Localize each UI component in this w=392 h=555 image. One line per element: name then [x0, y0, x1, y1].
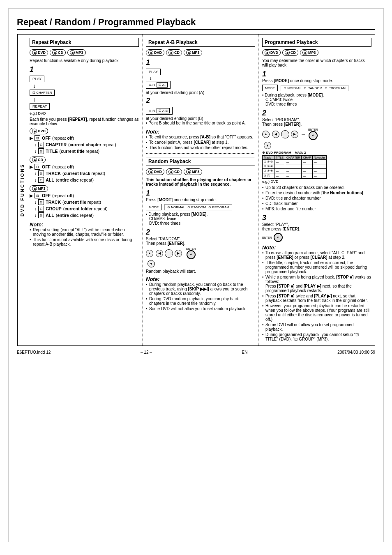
prog-step2-desc2: Then press [ENTER]. [262, 122, 371, 127]
prog-intro: You may determine the order in which cha… [262, 58, 371, 67]
dvd-s-icon: ◉ [32, 129, 37, 134]
mp3-repeat-section: ◉MP3 ▶ ⊡ OFF (repeat off) ↓ ⊡ TRACK (cur… [30, 185, 139, 218]
prog-note-number: Enter the desired number with [the Numbe… [262, 191, 371, 195]
cd-s-icon: ◉ [32, 157, 37, 162]
cd-track-icon: ⊡ [38, 170, 44, 176]
footer-file: E6EPTUO.indd 12 [17, 350, 51, 355]
random-result: Random playback will start. [146, 269, 255, 274]
prog-step1-desc: Press [MODE] once during stop mode. [262, 78, 371, 83]
prog-cd-mp3: CD/MP3: twice [265, 97, 371, 102]
ok-btn[interactable] [165, 249, 173, 258]
mp3-row-track: ↓ ⊡ TRACK (current file repeat) [35, 199, 139, 205]
ab-a-box: A-B ⊡ A- [146, 81, 171, 89]
random-step2-desc1: Select "RANDOM". [146, 237, 255, 241]
ab-note-2: To cancel point A, press [CLEAR] at step… [146, 140, 255, 145]
left-btn[interactable]: ◀ [156, 250, 163, 257]
ab-step2-desc: at your desired ending point (B) [146, 116, 255, 121]
right-btn[interactable]: ▶ [175, 250, 182, 257]
ab-point-b-note: • Point B should be in the same title or… [146, 121, 255, 125]
dvd-repeat-section: ◉DVD ▶ ⊡ OFF (repeat off) ↓ ⊡ CHAPTER (c… [30, 128, 139, 154]
random-intro: This function shuffles the playing order… [146, 177, 255, 187]
ab-display-a: ⊡ A- [157, 82, 168, 88]
mp3-section-badge: ◉MP3 [30, 185, 48, 192]
prog-note-1: To erase all program at once, select "AL… [262, 251, 371, 260]
page-title: Repeat / Random / Programmed Playback [17, 17, 375, 30]
prog-dvd: DVD: three times [265, 102, 371, 106]
down-btn[interactable]: ▼ [148, 260, 155, 267]
repeat-instruction: Each time you press [REPEAT], repeat fun… [30, 117, 139, 126]
dvd-section-badge: ◉DVD [30, 128, 48, 134]
mp3-row-group: ↓ ⊡ GROUP (current folder repeat) [35, 206, 139, 212]
arrow2: ↓ [33, 97, 36, 102]
mp3-badge: ◉MP3 [67, 49, 86, 56]
random-note-2: During DVD random playback, you can play… [146, 297, 255, 306]
repeat-note-2: This function is not available with some… [30, 237, 139, 246]
prog-right-btn[interactable]: ▶ [291, 131, 298, 138]
random-note: Note: During random playback, you cannot… [146, 276, 255, 311]
ab-step1-diagram: PLAY ↓ A-B ⊡ A- [146, 69, 255, 89]
mp3-track-icon: ⊡ [38, 199, 44, 205]
random-formats: ◉DVD ◉CD ◉MP3 [146, 168, 255, 175]
repeat-intro: Repeat function is available only during… [30, 58, 139, 63]
prog-eg-dvd: e.g.) DVD [262, 180, 371, 184]
prog-note-6: Some DVD will not allow you to set progr… [262, 322, 371, 332]
repeat-step1: 1 PLAY ↓ ⊡ CHAPTER ↓ REPEAT e.g.) DVD [30, 65, 139, 115]
prog-enter-label: ENTER [308, 128, 318, 131]
cd-repeat-section: ◉CD ▶ ⊡ OFF (repeat off) ↓ ⊡ TRACK (curr… [30, 157, 139, 183]
prog-step3-desc1: Select "PLAY", [262, 222, 371, 227]
cd-arrow-track: ↓ [35, 171, 37, 176]
mp3-row-all: ↓ ⊡ ALL (entire disc repeat) [35, 212, 139, 218]
repeat-title: Repeat Playback [30, 38, 139, 47]
en-label: EN [242, 350, 248, 355]
ab-note-3: This function does not work in the other… [146, 145, 255, 150]
random-step2: 2 Select "RANDOM". Then press [ENTER]. ▲… [146, 228, 255, 274]
prog-step3-controls: ENTER ↵ [262, 233, 371, 242]
ab-play-box: PLAY [146, 69, 161, 75]
prog-note: Note: To erase all program at once, sele… [262, 244, 371, 341]
off-icon: ⊡ [35, 135, 40, 141]
prog-note-3: While a program is being played back, [S… [262, 275, 371, 293]
chapter-box: ⊡ CHAPTER [30, 90, 55, 96]
up-btn[interactable]: ▲ [146, 250, 153, 257]
cd-row-track: ↓ ⊡ TRACK (current track repeat) [35, 170, 139, 176]
page-footer: E6EPTUO.indd 12 – 12 – EN 2007/04/03 10:… [17, 350, 375, 355]
play-box: PLAY [30, 76, 44, 82]
prog-step3-desc2: then press [ENTER]. [262, 227, 371, 231]
cd-badge: ◉CD [50, 49, 66, 56]
title-icon: ⊡ [38, 148, 44, 154]
prog-note-7: During programmed playback, you cannot s… [262, 332, 371, 341]
programmed-column: Programmed Playback ◉DVD ◉CD ◉MP3 You ma… [259, 35, 375, 345]
repeat-ab-title: Repeat A-B Playback [146, 38, 255, 47]
prog-left-btn[interactable]: ◀ [272, 131, 279, 138]
prog-enter-btn2[interactable]: ↵ [274, 233, 283, 242]
p-mp3-badge: ◉MP3 [300, 49, 318, 56]
dvd-disc-icon: ◉ [32, 50, 37, 55]
random-mode-indicators: ⊙ NORMAL ⊙ RANDOM ⊙ PROGRAM [164, 204, 232, 210]
ab-dvd-badge: ◉DVD [146, 49, 164, 56]
arrow-title: ↓ [35, 149, 37, 154]
section-divider [146, 153, 255, 154]
prog-enter-label2: ENTER [262, 236, 272, 239]
prog-dvd-label: ⊙ DVD-PROGRAM MAX: 2 [262, 151, 371, 154]
prog-note-mp3-num: MP3: folder and file number [262, 207, 371, 211]
cd-all-icon: ⊡ [38, 177, 44, 183]
repeat-note-1: Repeat setting (except "ALL") will be cl… [30, 228, 139, 237]
prog-mode-diagram: MODE ⊙ NORMAL ⊙ RANDOM ⊙ PROGRAM [262, 85, 371, 91]
cd-arrow-off: ▶ [30, 164, 33, 169]
prog-up-btn[interactable]: ▲ [262, 131, 270, 138]
page-number: – 12 – [141, 350, 152, 355]
arrow-off: ▶ [30, 136, 33, 140]
ab-mp3-badge: ◉MP3 [184, 49, 202, 56]
random-step1-desc: Press [MODE] once during stop mode. [146, 198, 255, 202]
ab-step2: 2 A-B ⊡ A-B at your desired ending point… [146, 97, 255, 125]
prog-down-btn[interactable]: ▼ [264, 142, 271, 149]
enter-btn[interactable]: ↵ [187, 250, 196, 259]
repeat-ab-formats: ◉DVD ◉CD ◉MP3 [146, 49, 255, 56]
prog-enter-btn[interactable]: ↵ [309, 131, 318, 140]
prog-controls: ▲ ◀ ▶ → ENTER ↵ [262, 128, 371, 140]
prog-note-dvd-num: DVD: title and chapter number [262, 196, 371, 200]
prog-ok-btn[interactable] [281, 130, 289, 138]
prog-ordered-notes: Up to 20 chapters or tracks can be order… [262, 185, 371, 211]
ab-step1-desc: at your desired starting point (A) [146, 90, 255, 95]
dvd-badge: ◉DVD [30, 49, 48, 56]
